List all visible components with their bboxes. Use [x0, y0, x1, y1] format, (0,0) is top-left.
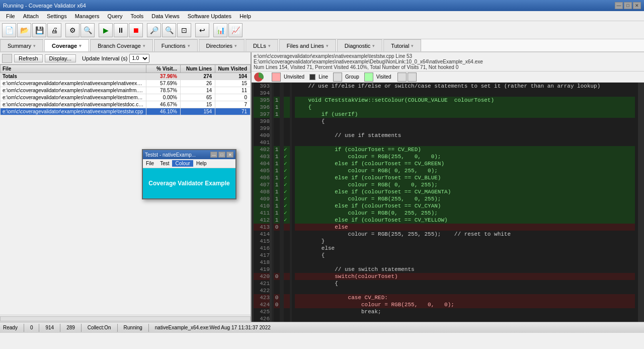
pct-cell: 46.10%: [146, 108, 181, 115]
collect-button[interactable]: 📊: [213, 23, 227, 37]
nav-tab-arrow-4[interactable]: ▾: [234, 43, 237, 48]
menu-item-attach[interactable]: Attach: [19, 12, 43, 20]
nav-tab-diagnostic[interactable]: Diagnostic▾: [337, 39, 382, 51]
table-row-totals[interactable]: Totals 37.96% 274 104: [1, 73, 251, 80]
unvisited-toggle[interactable]: [272, 73, 281, 82]
nav-tab-files-and-lines[interactable]: Files and Lines▾: [279, 39, 336, 51]
table-row[interactable]: e:\om\c\coveragevalidator\examples\nativ…: [1, 87, 251, 94]
col-pct-header[interactable]: % Visit...: [146, 65, 181, 73]
status-sep2: [39, 324, 39, 332]
menu-item-data views[interactable]: Data Views: [147, 12, 183, 20]
popup-menu-help[interactable]: Help: [193, 160, 210, 167]
new-button[interactable]: 📄: [2, 23, 16, 37]
save-button[interactable]: 💾: [32, 23, 46, 37]
popup-controls[interactable]: — □ ✕: [210, 152, 233, 158]
nav-tab-arrow-6[interactable]: ▾: [326, 43, 329, 48]
title-bar-controls[interactable]: — □ ✕: [615, 2, 641, 9]
code-line: if (userIf): [295, 111, 635, 118]
menu-item-help[interactable]: Help: [235, 12, 255, 20]
view-icon-btn2[interactable]: [408, 73, 417, 82]
menu-item-tools[interactable]: Tools: [127, 12, 148, 20]
popup-close-btn[interactable]: ✕: [226, 152, 233, 158]
menu-item-settings[interactable]: Settings: [43, 12, 71, 20]
col-file-header[interactable]: File: [1, 65, 146, 73]
popup-menubar: File Test Colour Help: [143, 159, 235, 168]
visit-count: [274, 259, 280, 266]
code-line: [295, 315, 635, 322]
branch-mark: [284, 294, 290, 301]
update-interval-select[interactable]: 1.0 2.0 5.0: [129, 54, 149, 63]
zoom-out-button[interactable]: 🔍: [162, 23, 176, 37]
popup-menu-file[interactable]: File: [143, 160, 157, 167]
nav-tab-arrow-7[interactable]: ▾: [372, 43, 375, 48]
stop-button[interactable]: ⏹: [129, 23, 143, 37]
pct-cell: 46.67%: [146, 101, 181, 108]
report-button[interactable]: 📈: [228, 23, 243, 37]
popup-minimize-btn[interactable]: —: [210, 152, 217, 158]
menu-item-query[interactable]: Query: [104, 12, 127, 20]
col-lines-header[interactable]: Num Lines: [181, 65, 215, 73]
close-button[interactable]: ✕: [633, 2, 641, 9]
print-button[interactable]: 🖨: [47, 23, 61, 37]
run-button[interactable]: ▶: [99, 23, 113, 37]
lines-cell: 154: [181, 108, 215, 115]
nav-tab-directories[interactable]: Directories▾: [199, 39, 245, 51]
table-row[interactable]: e:\om\c\coveragevalidator\examples\nativ…: [1, 80, 251, 87]
nav-tab-branch-coverage[interactable]: Branch Coverage▾: [90, 39, 153, 51]
nav-tab-summary[interactable]: Summary▾: [0, 39, 43, 51]
code-view[interactable]: 3933943953963973983994004014024034044054…: [252, 83, 644, 322]
search-button[interactable]: 🔍: [80, 23, 95, 37]
table-row[interactable]: e:\om\c\coveragevalidator\examples\nativ…: [1, 108, 251, 115]
visited-toggle[interactable]: [364, 73, 373, 82]
table-row[interactable]: e:\om\c\coveragevalidator\examples\nativ…: [1, 101, 251, 108]
nav-tab-arrow-0[interactable]: ▾: [33, 43, 36, 48]
zoom-reset-button[interactable]: ⊡: [177, 23, 191, 37]
nav-tab-coverage[interactable]: Coverage▾: [44, 39, 89, 52]
nav-tab-arrow-5[interactable]: ▾: [268, 43, 271, 48]
line-number: 408: [254, 188, 270, 195]
horizontal-scrollbar[interactable]: [0, 315, 251, 322]
view-icon-btn1[interactable]: [397, 73, 407, 82]
branch-mark: [284, 90, 290, 97]
visit-count: 0: [274, 301, 280, 308]
file-cell: e:\om\c\coveragevalidator\examples\nativ…: [1, 108, 146, 115]
code-line: colour = RGB( 0, 0, 255);: [295, 181, 635, 188]
nav-tab-arrow-2[interactable]: ▾: [143, 43, 145, 48]
nav-tab-arrow-8[interactable]: ▾: [411, 43, 414, 48]
minimize-button[interactable]: —: [615, 2, 623, 9]
nav-tab-arrow-3[interactable]: ▾: [188, 43, 190, 48]
status-collect: Collect:On: [88, 325, 111, 330]
table-body: Totals 37.96% 274 104e:\om\c\coverageval…: [1, 73, 251, 115]
popup-menu-test[interactable]: Test: [157, 160, 172, 167]
popup-menu-colour[interactable]: Colour: [172, 160, 193, 167]
code-line: void CTeststakView::setColour(COLOUR_VAL…: [295, 97, 635, 104]
settings-button[interactable]: ⚙: [65, 23, 79, 37]
code-line: else if (colourToset == CV_YELLOW): [295, 217, 635, 224]
maximize-button[interactable]: □: [624, 2, 632, 9]
popup-maximize-btn[interactable]: □: [218, 152, 225, 158]
undo-button[interactable]: ↩: [195, 23, 209, 37]
menu-item-file[interactable]: File: [2, 12, 19, 20]
lines-cell: 14: [181, 87, 215, 94]
line-toggle[interactable]: [309, 74, 315, 80]
group-toggle[interactable]: [333, 73, 342, 82]
list-icon-button[interactable]: [2, 54, 12, 63]
file-cell: e:\om\c\coveragevalidator\examples\nativ…: [1, 101, 146, 108]
code-scrollbar[interactable]: [638, 83, 644, 322]
pause-button[interactable]: ⏸: [114, 23, 128, 37]
nav-tab-arrow-1[interactable]: ▾: [79, 43, 82, 48]
open-button[interactable]: 📂: [17, 23, 31, 37]
nav-tab-tutorial[interactable]: Tutorial▾: [383, 39, 421, 51]
code-line: else if (colourToset == CV_BLUE): [295, 174, 635, 181]
display-button[interactable]: Display...: [45, 54, 76, 62]
col-visited-header[interactable]: Num Visited: [215, 65, 251, 73]
refresh-button[interactable]: Refresh: [14, 54, 43, 62]
nav-tab-functions[interactable]: Functions▾: [154, 39, 198, 51]
zoom-in-button[interactable]: 🔎: [147, 23, 161, 37]
nav-tab-dlls[interactable]: DLLs▾: [246, 39, 278, 51]
line-number: 417: [254, 252, 270, 259]
table-row[interactable]: e:\om\c\coveragevalidator\examples\nativ…: [1, 94, 251, 101]
visit-count: 0: [274, 273, 280, 280]
menu-item-software updates[interactable]: Software Updates: [184, 12, 235, 20]
menu-item-managers[interactable]: Managers: [71, 12, 104, 20]
